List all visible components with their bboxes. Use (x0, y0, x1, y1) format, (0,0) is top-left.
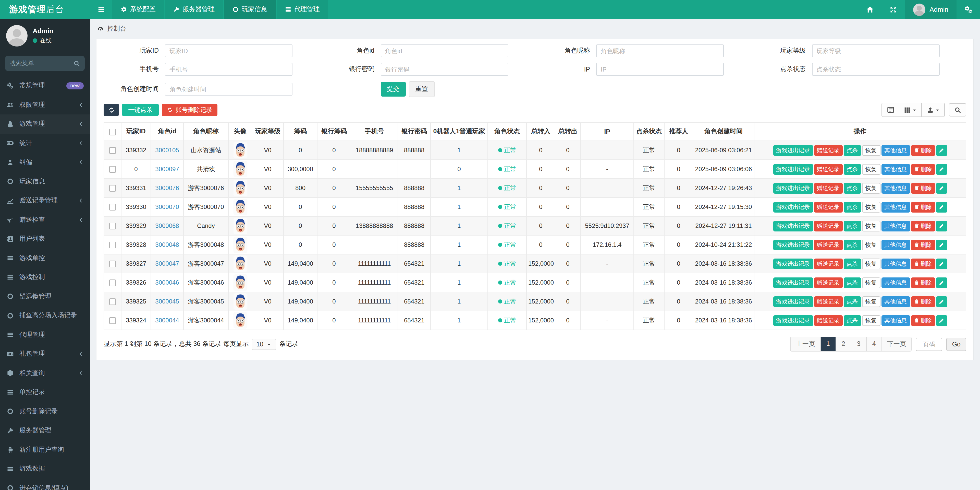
restore-button[interactable]: 恢复 (862, 315, 880, 326)
sidebar-item[interactable]: 服务器管理 (0, 421, 90, 440)
game-log-button[interactable]: 游戏进出记录 (773, 220, 813, 231)
other-info-button[interactable]: 其他信息 (881, 277, 910, 288)
next-page-button[interactable]: 下一页 (882, 337, 912, 351)
submit-button[interactable]: 提交 (380, 82, 406, 97)
filter-input[interactable] (165, 45, 293, 57)
gift-log-button[interactable]: 赠送记录 (814, 164, 842, 174)
gift-log-button[interactable]: 赠送记录 (814, 220, 842, 231)
game-log-button[interactable]: 游戏进出记录 (773, 315, 813, 326)
sidebar-item[interactable]: 单控记录 (0, 383, 90, 402)
kill-button[interactable]: 点杀 (843, 183, 861, 193)
reset-button[interactable]: 重置 (409, 81, 434, 97)
role-id-link[interactable]: 3000048 (155, 241, 179, 248)
restore-button[interactable]: 恢复 (862, 164, 880, 174)
select-all-checkbox[interactable] (109, 129, 116, 135)
edit-button[interactable] (936, 164, 947, 174)
gift-log-button[interactable]: 赠送记录 (814, 258, 842, 269)
game-log-button[interactable]: 游戏进出记录 (773, 183, 813, 193)
table-search-button[interactable] (949, 103, 966, 117)
delete-button[interactable]: 删除 (911, 315, 935, 326)
game-log-button[interactable]: 游戏进出记录 (773, 201, 813, 212)
sidebar-item[interactable]: 常规管理new (0, 76, 90, 95)
filter-input[interactable] (165, 83, 293, 96)
topnav-item[interactable]: 服务器管理 (165, 0, 223, 19)
filter-input[interactable] (812, 45, 939, 57)
row-checkbox[interactable] (109, 317, 116, 324)
sidebar-item[interactable]: 统计 (0, 134, 90, 153)
delete-button[interactable]: 删除 (911, 201, 935, 212)
columns-button[interactable] (899, 103, 922, 117)
other-info-button[interactable]: 其他信息 (881, 164, 910, 174)
game-log-button[interactable]: 游戏进出记录 (773, 277, 813, 288)
sidebar-item[interactable]: 进存销信息(慎点) (0, 479, 90, 490)
home-icon[interactable] (858, 0, 881, 19)
edit-button[interactable] (936, 201, 947, 212)
account-delete-log-button[interactable]: 账号删除记录 (162, 104, 218, 116)
user-menu[interactable]: Admin (905, 0, 956, 19)
topnav-item[interactable]: 系统配置 (112, 0, 164, 19)
restore-button[interactable]: 恢复 (862, 201, 880, 212)
kill-button[interactable]: 点杀 (843, 315, 861, 326)
filter-input[interactable] (165, 63, 293, 76)
restore-button[interactable]: 恢复 (862, 183, 880, 193)
sidebar-item[interactable]: 捕鱼高分场入场记录 (0, 306, 90, 325)
restore-button[interactable]: 恢复 (862, 145, 880, 156)
gift-log-button[interactable]: 赠送记录 (814, 315, 842, 326)
filter-input[interactable] (380, 63, 508, 76)
sidebar-item[interactable]: 游戏控制 (0, 268, 90, 287)
sidebar-item[interactable]: 望远镜管理 (0, 287, 90, 306)
filter-input[interactable] (596, 45, 724, 57)
row-checkbox[interactable] (109, 223, 116, 230)
sidebar-item[interactable]: 玩家信息 (0, 172, 90, 191)
other-info-button[interactable]: 其他信息 (881, 220, 910, 231)
game-log-button[interactable]: 游戏进出记录 (773, 239, 813, 250)
game-log-button[interactable]: 游戏进出记录 (773, 164, 813, 174)
delete-button[interactable]: 删除 (911, 220, 935, 231)
row-checkbox[interactable] (109, 298, 116, 305)
sidebar-item[interactable]: 赠送检查 (0, 210, 90, 230)
row-checkbox[interactable] (109, 185, 116, 192)
kill-button[interactable]: 点杀 (843, 296, 861, 307)
gift-log-button[interactable]: 赠送记录 (814, 145, 842, 156)
kill-button[interactable]: 点杀 (843, 277, 861, 288)
kill-button[interactable]: 点杀 (843, 145, 861, 156)
toggle-view-button[interactable] (882, 103, 899, 117)
sidebar-item[interactable]: 游戏管理 (0, 115, 90, 134)
page-button[interactable]: 2 (836, 337, 851, 351)
go-button[interactable]: Go (947, 337, 966, 351)
row-checkbox[interactable] (109, 147, 116, 154)
sidebar-item[interactable]: 相关查询 (0, 364, 90, 383)
role-id-link[interactable]: 3000076 (155, 184, 179, 192)
edit-button[interactable] (936, 183, 947, 193)
delete-button[interactable]: 删除 (911, 277, 935, 288)
delete-button[interactable]: 删除 (911, 145, 935, 156)
other-info-button[interactable]: 其他信息 (881, 296, 910, 307)
settings-gears-icon[interactable] (956, 0, 980, 19)
filter-input[interactable] (596, 63, 724, 76)
other-info-button[interactable]: 其他信息 (881, 145, 910, 156)
sidebar-item[interactable]: 新注册用户查询 (0, 440, 90, 459)
gift-log-button[interactable]: 赠送记录 (814, 277, 842, 288)
sidebar-item[interactable]: 礼包管理 (0, 345, 90, 364)
kill-button[interactable]: 点杀 (843, 164, 861, 174)
kill-button[interactable]: 点杀 (843, 201, 861, 212)
kill-button[interactable]: 点杀 (843, 258, 861, 269)
menu-search-input[interactable] (10, 60, 73, 67)
edit-button[interactable] (936, 145, 947, 156)
other-info-button[interactable]: 其他信息 (881, 239, 910, 250)
row-checkbox[interactable] (109, 204, 116, 211)
role-id-link[interactable]: 3000047 (155, 260, 179, 267)
page-button[interactable]: 1 (821, 337, 836, 351)
restore-button[interactable]: 恢复 (862, 277, 880, 288)
delete-button[interactable]: 删除 (911, 164, 935, 174)
role-id-link[interactable]: 3000070 (155, 203, 179, 211)
delete-button[interactable]: 删除 (911, 183, 935, 193)
filter-input[interactable] (380, 45, 508, 57)
edit-button[interactable] (936, 315, 947, 326)
edit-button[interactable] (936, 220, 947, 231)
row-checkbox[interactable] (109, 166, 116, 173)
fullscreen-icon[interactable] (881, 0, 905, 19)
other-info-button[interactable]: 其他信息 (881, 201, 910, 212)
gift-log-button[interactable]: 赠送记录 (814, 183, 842, 193)
other-info-button[interactable]: 其他信息 (881, 183, 910, 193)
